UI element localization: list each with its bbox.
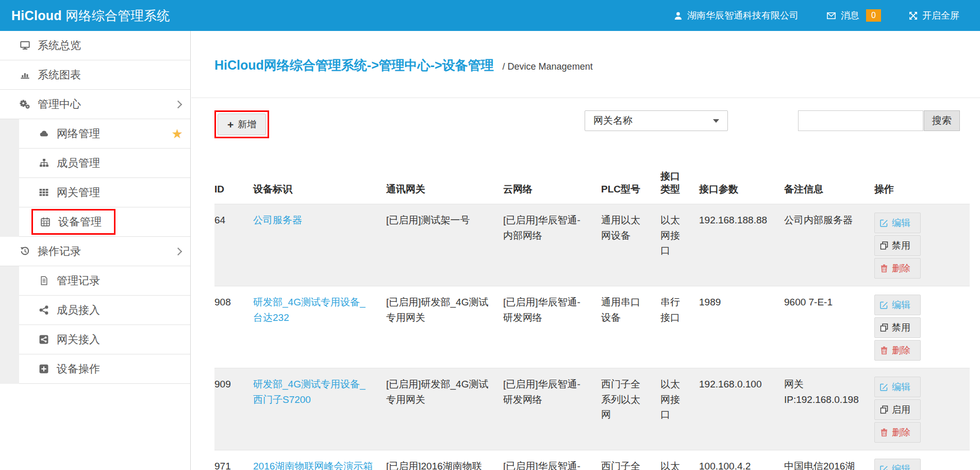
share-square-icon [38, 335, 50, 344]
cell-id: 64 [214, 204, 253, 286]
device-link[interactable]: 研发部_4G测试专用设备_台达232 [253, 297, 365, 322]
messages-menu[interactable]: 消息 0 [826, 9, 881, 22]
sidebar-item-inner: 管理记录 [38, 273, 100, 288]
main-content: HiCloud网络综合管理系统->管理中心->设备管理 / Device Man… [191, 31, 980, 470]
cell-actions: 编辑禁用删除 [874, 204, 970, 286]
cell-id: 971 [214, 450, 253, 470]
sidebar-item-2[interactable]: 管理中心 [0, 90, 190, 119]
column-header-5: 接口类型 [660, 167, 699, 204]
table-body: 64公司服务器[已启用]测试架一号[已启用]华辰智通-内部网络通用以太网设备以太… [214, 204, 970, 470]
breadcrumb-subtitle: / Device Management [503, 61, 593, 72]
cell-device: 公司服务器 [253, 204, 386, 286]
device-link[interactable]: 公司服务器 [253, 215, 302, 225]
sidebar-item-10[interactable]: 网关接入 [19, 325, 190, 354]
cell-device: 2016湖南物联网峰会演示箱 [253, 450, 386, 470]
action-label: 删除 [892, 344, 910, 356]
edit-button[interactable]: 编辑 [874, 459, 921, 470]
sidebar-item-inner: 管理中心 [19, 97, 81, 111]
bar-chart-icon [19, 70, 31, 79]
sidebar-item-5[interactable]: 网关管理 [19, 178, 190, 207]
edit-button[interactable]: 编辑 [874, 377, 921, 397]
sidebar-item-label: 网关管理 [57, 185, 100, 200]
toggle-button[interactable]: 启用 [874, 399, 921, 420]
brand[interactable]: HiCloud 网络综合管理系统 [11, 7, 170, 24]
sidebar-item-7[interactable]: 操作记录 [0, 237, 190, 266]
sidebar-nav: 系统总览系统图表管理中心网络管理★成员管理网关管理设备管理操作记录管理记录成员接… [0, 31, 190, 384]
action-label: 编辑 [892, 381, 910, 393]
sidebar-item-inner: 系统图表 [19, 68, 81, 82]
table-header-row: ID设备标识通讯网关云网络PLC型号接口类型接口参数备注信息操作 [214, 167, 970, 204]
brand-name: HiCloud [11, 8, 62, 23]
edit-icon [880, 383, 888, 391]
action-label: 禁用 [892, 321, 910, 334]
cell-interface-param: 192.168.0.100 [699, 368, 784, 450]
sidebar-item-9[interactable]: 成员接入 [19, 296, 190, 325]
toggle-button[interactable]: 禁用 [874, 317, 921, 338]
gears-icon [19, 100, 31, 109]
trash-icon [880, 428, 888, 436]
messages-count-badge: 0 [866, 9, 881, 22]
sidebar-item-3[interactable]: 网络管理★ [19, 119, 190, 149]
calendar-icon [39, 217, 52, 226]
sidebar-item-6[interactable]: 设备管理 [19, 207, 190, 237]
envelope-icon [826, 11, 836, 20]
cell-cloud-network: [已启用]华辰智通-内部网络 [503, 204, 601, 286]
cell-interface-param: 100.100.4.2 [699, 450, 784, 470]
device-link[interactable]: 2016湖南物联网峰会演示箱 [253, 461, 373, 470]
delete-button[interactable]: 删除 [874, 340, 921, 361]
sidebar-item-11[interactable]: 设备操作 [19, 354, 190, 384]
filter-select[interactable]: 网关名称 [585, 110, 728, 131]
edit-button[interactable]: 编辑 [874, 295, 921, 315]
sidebar-item-inner: 网关接入 [38, 332, 100, 347]
edit-icon [880, 301, 888, 309]
breadcrumb: HiCloud网络综合管理系统->管理中心->设备管理 [214, 58, 494, 72]
cell-actions: 编辑启用删除 [874, 368, 970, 450]
sidebar-item-label: 成员管理 [57, 156, 100, 170]
caret-down-icon [713, 119, 719, 123]
filter-select-value: 网关名称 [593, 114, 633, 127]
sidebar: 系统总览系统图表管理中心网络管理★成员管理网关管理设备管理操作记录管理记录成员接… [0, 31, 191, 470]
action-label: 删除 [892, 262, 910, 274]
toolbar: + 新增 网关名称 搜索 [214, 110, 960, 138]
sidebar-item-label: 系统总览 [38, 38, 81, 53]
sidebar-item-0[interactable]: 系统总览 [0, 31, 190, 60]
sidebar-item-label: 成员接入 [57, 303, 100, 317]
sidebar-item-label: 系统图表 [38, 68, 81, 82]
sidebar-item-4[interactable]: 成员管理 [19, 149, 190, 178]
search-input[interactable] [798, 110, 923, 131]
plus-icon: + [227, 119, 234, 130]
delete-button[interactable]: 删除 [874, 258, 921, 279]
cell-actions: 编辑启用 [874, 450, 970, 470]
add-device-label: 新增 [238, 118, 256, 131]
sidebar-item-label: 网关接入 [57, 332, 100, 347]
top-header: HiCloud 网络综合管理系统 湖南华辰智通科技有限公司 消息 0 开启全屏 [0, 0, 980, 31]
cloud-icon [38, 129, 50, 138]
fullscreen-toggle[interactable]: 开启全屏 [909, 9, 959, 22]
toggle-button[interactable]: 禁用 [874, 235, 921, 256]
cell-cloud-network: [已启用]华辰智通-研发网络 [503, 450, 601, 470]
search-button[interactable]: 搜索 [924, 110, 960, 131]
cell-note: 公司内部服务器 [784, 204, 874, 286]
sidebar-item-1[interactable]: 系统图表 [0, 60, 190, 90]
company-name: 湖南华辰智通科技有限公司 [687, 9, 799, 22]
table-row: 64公司服务器[已启用]测试架一号[已启用]华辰智通-内部网络通用以太网设备以太… [214, 204, 970, 286]
account-menu[interactable]: 湖南华辰智通科技有限公司 [674, 9, 799, 22]
table-row: 9712016湖南物联网峰会演示箱[已启用]2016湖南物联网峰会[已启用]华辰… [214, 450, 970, 470]
add-device-button[interactable]: + 新增 [218, 114, 266, 135]
topbar-right: 湖南华辰智通科技有限公司 消息 0 开启全屏 [674, 9, 959, 22]
cell-interface-param: 1989 [699, 286, 784, 368]
edit-icon [880, 465, 888, 470]
chevron-right-icon [174, 100, 182, 108]
cell-interface-type: 串行接口 [660, 286, 699, 368]
cell-interface-type: 以太网接口 [660, 450, 699, 470]
sidebar-item-8[interactable]: 管理记录 [19, 266, 190, 296]
edit-button[interactable]: 编辑 [874, 213, 921, 233]
chevron-right-icon [174, 247, 182, 255]
device-link[interactable]: 研发部_4G测试专用设备_西门子S7200 [253, 379, 365, 404]
cell-gateway: [已启用]研发部_4G测试专用网关 [386, 368, 503, 450]
cell-plc-model: 通用以太网设备 [601, 204, 660, 286]
cell-note: 中国电信2016湖南物联网峰会 [784, 450, 874, 470]
desktop-icon [19, 41, 31, 50]
delete-button[interactable]: 删除 [874, 422, 921, 443]
column-header-3: 云网络 [503, 167, 601, 204]
